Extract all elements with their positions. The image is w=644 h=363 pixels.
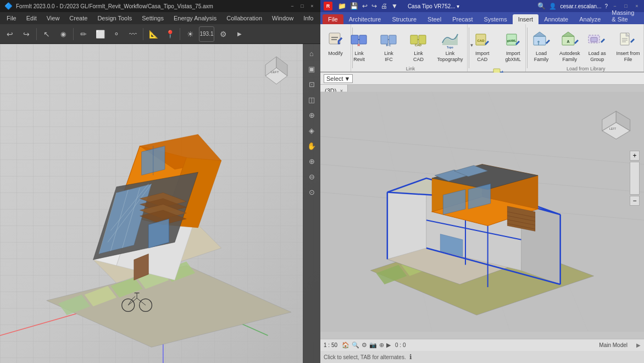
svg-marker-69 (534, 32, 546, 36)
menu-edit[interactable]: Edit (22, 14, 41, 23)
revit-viewport-bg: (3D) × (320, 85, 644, 339)
toolbar-more-button[interactable]: ▶ (232, 26, 247, 42)
tab-insert[interactable]: Insert (513, 14, 539, 24)
toolbar-select-button[interactable]: ↖ (39, 26, 54, 42)
menu-view[interactable]: View (42, 14, 64, 23)
revit-bottombar: Click to select, TAB for alternates. ℹ (320, 351, 644, 363)
qa-print-button[interactable]: 🖨 (380, 2, 388, 10)
load-group-button[interactable]: Load asGroup (584, 26, 610, 65)
link-topography-button[interactable]: Topo LinkTopography (434, 26, 466, 65)
select-dropdown-arrow: ▼ (345, 75, 351, 82)
toolbar-paint-button[interactable]: ◉ (55, 26, 71, 42)
formit-viewport[interactable]: LEFT ⌂ ▣ ⊡ ◫ ⊕ ◈ ✋ ⊕ ⊖ ⊙ (0, 44, 320, 363)
link-cad-label: LinkCAD (413, 51, 424, 63)
tab-more-dropdown[interactable]: ▾ (640, 14, 644, 24)
menu-settings[interactable]: Settings (137, 14, 168, 23)
select-dropdown[interactable]: Select ▼ (324, 74, 353, 83)
link-ifc-icon: IFC (377, 29, 399, 51)
formit-close-button[interactable]: × (308, 2, 316, 10)
sidebar-layers-button[interactable]: ◫ (304, 92, 319, 107)
formit-maximize-button[interactable]: □ (298, 2, 306, 10)
sidebar-palette-button[interactable]: ◈ (304, 123, 319, 138)
formit-window-controls: − □ × (288, 2, 316, 10)
qa-more-button[interactable]: ▼ (390, 2, 399, 10)
load-family-button[interactable]: Load Family (527, 26, 556, 65)
sidebar-grab-button[interactable]: ✋ (304, 139, 319, 153)
svg-rect-47 (359, 35, 367, 44)
tab-file[interactable]: File (323, 14, 343, 24)
revit-viewport[interactable]: (3D) × (320, 85, 644, 339)
toolbar-measure-button[interactable]: 📐 (146, 26, 161, 42)
import-gbxml-button[interactable]: gbXML ImportgbXML (499, 26, 528, 65)
status-icon-5[interactable]: ⊕ (379, 342, 384, 349)
status-icon-3[interactable]: ⚙ (362, 342, 367, 349)
menu-collaboration[interactable]: Collaboration (222, 14, 267, 23)
sidebar-zoomout-button[interactable]: ⊖ (304, 169, 319, 184)
formit-minimize-button[interactable]: − (288, 2, 296, 10)
toolbar-box-button[interactable]: ⬜ (92, 26, 108, 42)
menu-energy-analysis[interactable]: Energy Analysis (169, 14, 221, 23)
sidebar-zoomfit-button[interactable]: ⊙ (304, 185, 319, 199)
load-autodesk-button[interactable]: A AutodeskFamily (557, 26, 583, 65)
menu-create[interactable]: Create (65, 14, 92, 23)
menu-window[interactable]: Window (268, 14, 298, 23)
sidebar-frame-button[interactable]: ⊡ (304, 77, 319, 91)
status-icon-1[interactable]: 🏠 (342, 342, 349, 349)
tab-steel[interactable]: Steel (422, 14, 447, 24)
tab-massing-site[interactable]: Massing & Site (606, 8, 640, 24)
link-revit-button[interactable]: R LinkRevit (345, 26, 373, 65)
tab-analyze[interactable]: Analyze (574, 14, 606, 24)
revit-ribbon: Modify R LinkRevit (320, 24, 644, 73)
formit-panel: 🔷 FormIt 2023.0.0 - D:/2023 GL/FormIt_Re… (0, 0, 320, 363)
formit-nav-cube[interactable]: LEFT (254, 48, 298, 92)
tab-precast[interactable]: Precast (447, 14, 478, 24)
revit-titlebar: R 📁 💾 ↩ ↪ 🖨 ▼ Casa Tipo VR752... ▾ 🔍 👤 c… (320, 0, 644, 12)
toolbar-undo-button[interactable]: ↩ (2, 26, 18, 42)
zoom-out-button[interactable]: − (630, 196, 640, 206)
toolbar-freeform-button[interactable]: 〰 (125, 26, 141, 42)
link-ifc-button[interactable]: IFC LinkIFC (374, 26, 403, 65)
tab-architecture[interactable]: Architecture (343, 14, 387, 24)
qa-open-button[interactable]: 📁 (337, 2, 347, 10)
toolbar-redo-button[interactable]: ↪ (19, 26, 34, 42)
zoom-in-button[interactable]: + (630, 151, 640, 161)
zoom-slider[interactable] (630, 162, 640, 195)
sidebar-home-button[interactable]: ⌂ (304, 46, 319, 61)
tab-systems[interactable]: Systems (478, 14, 512, 24)
tab-structure[interactable]: Structure (386, 14, 422, 24)
formit-title-left: 🔷 FormIt 2023.0.0 - D:/2023 GL/FormIt_Re… (4, 2, 213, 10)
svg-text:CAD: CAD (415, 43, 421, 47)
qa-undo-button[interactable]: ↩ (361, 2, 369, 10)
tab-annotate[interactable]: Annotate (538, 14, 574, 24)
svg-text:CAD: CAD (477, 39, 485, 42)
sidebar-cube-button[interactable]: ▣ (304, 62, 319, 76)
menu-info[interactable]: Info (299, 14, 318, 23)
revit-title-text: Casa Tipo VR752... ▾ (408, 3, 460, 9)
toolbar-sun-button[interactable]: ☀ (182, 26, 198, 42)
revit-logo-icon: R (324, 2, 332, 10)
link-cad-icon: CAD (407, 29, 429, 51)
toolbar-pencil-button[interactable]: ✏ (76, 26, 91, 42)
revit-search-icon[interactable]: 🔍 (537, 2, 546, 10)
toolbar-settings-button[interactable]: ⚙ (215, 26, 231, 42)
insert-from-file-icon (617, 29, 639, 51)
revit-user-text: cesar.r.escalan... (560, 3, 601, 9)
qa-redo-button[interactable]: ↪ (370, 2, 378, 10)
menu-design-tools[interactable]: Design Tools (93, 14, 136, 23)
sidebar-zoomin-button[interactable]: ⊕ (304, 154, 319, 168)
qa-save-button[interactable]: 💾 (349, 2, 359, 10)
ribbon-group-link: R LinkRevit IFC LinkIF (354, 24, 468, 72)
status-expand-button[interactable]: ▶ (636, 342, 641, 348)
status-icon-6[interactable]: ▶ (386, 342, 391, 349)
status-icon-4[interactable]: 📷 (369, 342, 377, 349)
link-cad-button[interactable]: CAD LinkCAD (404, 26, 432, 65)
insert-from-file-button[interactable]: Insert from File (612, 26, 644, 65)
status-icon-2[interactable]: 🔍 (352, 342, 359, 349)
import-cad-label: ImportCAD (475, 51, 490, 63)
revit-user-icon: 👤 (549, 3, 557, 10)
import-cad-button[interactable]: CAD ImportCAD (468, 26, 497, 65)
menu-file[interactable]: File (2, 14, 21, 23)
toolbar-sphere-button[interactable]: ⚬ (109, 26, 124, 42)
toolbar-location-button[interactable]: 📍 (162, 26, 177, 42)
sidebar-snap-button[interactable]: ⊕ (304, 108, 319, 122)
